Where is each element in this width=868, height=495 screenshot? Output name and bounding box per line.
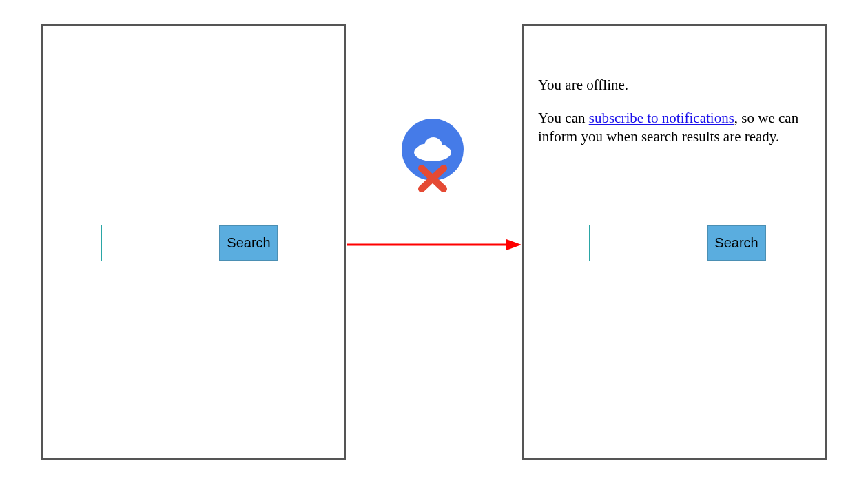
search-button[interactable]: Search bbox=[219, 225, 278, 261]
svg-marker-1 bbox=[506, 239, 521, 250]
offline-line-2: You can subscribe to notifications, so w… bbox=[538, 109, 816, 145]
subscribe-link[interactable]: subscribe to notifications bbox=[589, 110, 734, 126]
panel-before: Search bbox=[41, 24, 346, 460]
arrow-right-icon bbox=[347, 239, 521, 251]
cloud-offline-icon bbox=[401, 118, 464, 194]
offline-message: You are offline. You can subscribe to no… bbox=[538, 76, 816, 161]
search-input[interactable] bbox=[589, 225, 707, 261]
svg-point-6 bbox=[436, 145, 448, 157]
search-form-left: Search bbox=[101, 225, 278, 261]
search-form-right: Search bbox=[589, 225, 766, 261]
panel-after: You are offline. You can subscribe to no… bbox=[522, 24, 827, 460]
offline-line-1: You are offline. bbox=[538, 76, 816, 94]
search-button[interactable]: Search bbox=[707, 225, 766, 261]
search-input[interactable] bbox=[101, 225, 219, 261]
offline-line-2-pre: You can bbox=[538, 110, 589, 126]
